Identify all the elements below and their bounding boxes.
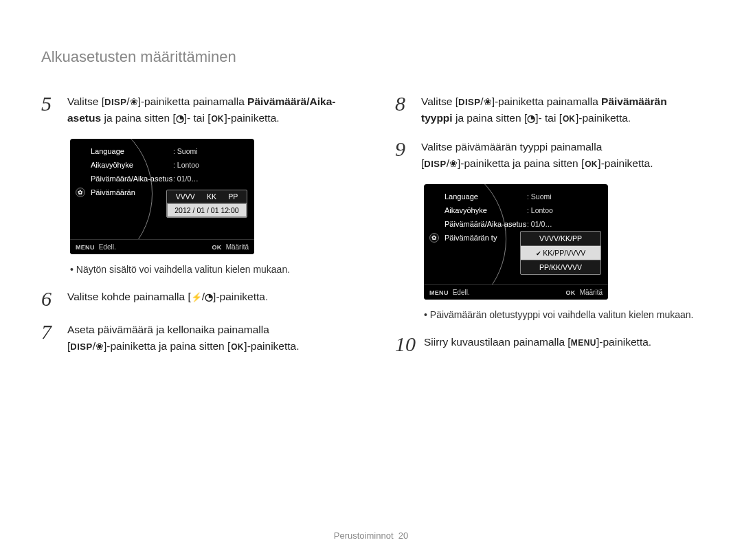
dateformat-option: PP/KK/VVVV	[521, 260, 600, 274]
date-value-selected: 2012 / 01 / 01 12:00	[167, 203, 247, 217]
ok-icon: OK	[562, 112, 576, 126]
lcd-row: Aikavyöhyke : Lontoo	[70, 158, 254, 172]
dateformat-option-selected: KK/PP/VVVV	[521, 246, 600, 260]
flash-icon	[191, 291, 202, 302]
disp-icon: DISP	[104, 96, 126, 109]
step-10: 10 Siirry kuvaustilaan painamalla [MENU]…	[395, 334, 701, 355]
dateformat-option: VVVV/KK/PP	[521, 232, 600, 246]
macro-icon	[95, 340, 104, 352]
lcd-footer: MENU Edell. OK Määritä	[424, 284, 608, 300]
right-column: 8 Valitse [DISP/]-painiketta painamalla …	[395, 93, 701, 367]
disp-icon: DISP	[458, 96, 480, 109]
step-number: 6	[41, 289, 59, 309]
lcd-screenshot-dateformat: Language : Suomi Aikavyöhyke : Lontoo Pä…	[424, 184, 608, 300]
step-text: Valitse päivämäärän tyyppi painamalla [D…	[421, 139, 653, 172]
step-number: 8	[395, 93, 413, 114]
step-number: 7	[41, 322, 59, 342]
step-number: 10	[395, 334, 416, 355]
date-dropdown: VVVV KK PP 2012 / 01 / 01 12:00	[166, 190, 247, 218]
ok-key-icon: OK	[212, 244, 222, 251]
ok-key-icon: OK	[566, 289, 576, 296]
gear-icon: ✿	[429, 233, 439, 243]
step-6: 6 Valitse kohde painamalla [/]-painikett…	[41, 289, 347, 309]
disp-icon: DISP	[70, 340, 92, 354]
lcd-row: Päivämäärä/Aika-asetus : 01/0…	[70, 172, 254, 186]
step-7: 7 Aseta päivämäärä ja kellonaika painama…	[41, 322, 347, 355]
content-columns: 5 Valitse [DISP/]-painiketta painamalla …	[41, 93, 701, 367]
step-number: 9	[395, 139, 413, 159]
left-column: 5 Valitse [DISP/]-painiketta painamalla …	[41, 93, 347, 367]
note-text: Näytön sisältö voi vaihdella valitun kie…	[70, 264, 347, 275]
step-text: Valitse [DISP/]-painiketta painamalla Pä…	[421, 93, 701, 126]
page-footer: Perustoiminnot 20	[0, 530, 742, 541]
step-8: 8 Valitse [DISP/]-painiketta painamalla …	[395, 93, 701, 126]
macro-icon	[484, 96, 492, 107]
ok-icon: OK	[210, 112, 224, 126]
disp-icon: DISP	[424, 157, 446, 171]
timer-icon	[205, 291, 213, 302]
step-5: 5 Valitse [DISP/]-painiketta painamalla …	[41, 93, 347, 126]
gear-icon: ✿	[76, 188, 85, 197]
lcd-row: Language : Suomi	[70, 144, 254, 158]
menu-key-icon: MENU	[429, 289, 449, 296]
step-text: Valitse kohde painamalla [/]-painiketta.	[67, 289, 268, 305]
note-text: Päivämäärän oletustyyppi voi vaihdella v…	[424, 309, 701, 320]
lcd-row: Päivämäärä/Aika-asetus : 01/0…	[424, 217, 608, 231]
step-9: 9 Valitse päivämäärän tyyppi painamalla …	[395, 139, 701, 172]
step-text: Valitse [DISP/]-painiketta painamalla Pä…	[67, 93, 347, 126]
lcd-row: Aikavyöhyke : Lontoo	[424, 203, 608, 217]
ok-icon: OK	[230, 340, 244, 355]
lcd-row: Language : Suomi	[424, 190, 608, 203]
step-number: 5	[41, 93, 59, 114]
timer-icon	[527, 112, 535, 124]
step-text: Siirry kuvaustilaan painamalla [MENU]-pa…	[424, 334, 651, 350]
menu-icon: MENU	[571, 337, 596, 350]
timer-icon	[176, 112, 184, 124]
page-title: Alkuasetusten määrittäminen	[41, 48, 701, 66]
step-text: Aseta päivämäärä ja kellonaika painamall…	[67, 322, 300, 355]
lcd-screenshot-date: Language : Suomi Aikavyöhyke : Lontoo Pä…	[70, 139, 254, 254]
menu-key-icon: MENU	[76, 244, 95, 251]
macro-icon	[449, 157, 458, 169]
macro-icon	[130, 96, 138, 107]
dateformat-dropdown: VVVV/KK/PP KK/PP/VVVV PP/KK/VVVV	[520, 231, 601, 275]
lcd-footer: MENU Edell. OK Määritä	[70, 239, 254, 254]
ok-icon: OK	[584, 157, 598, 172]
